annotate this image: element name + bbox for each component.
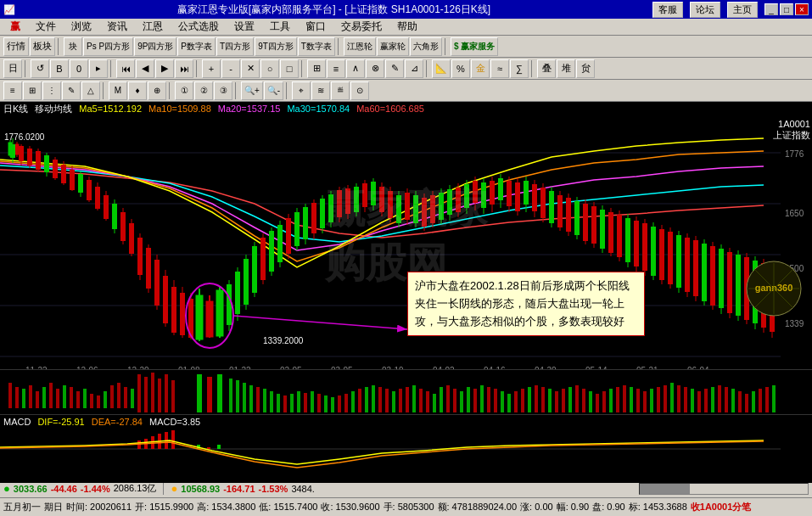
menu-help[interactable]: 帮助: [390, 18, 424, 36]
tb-ps-icon[interactable]: 块: [64, 37, 82, 56]
tb3-5[interactable]: △: [81, 81, 100, 100]
tb3-r4[interactable]: ⊙: [350, 81, 369, 100]
tb-b1[interactable]: B: [50, 59, 69, 78]
menu-win[interactable]: 赢: [3, 18, 27, 36]
tb-tool10[interactable]: ≈: [490, 59, 509, 78]
tb-tool6[interactable]: ⊿: [405, 59, 423, 78]
tb-t4[interactable]: T四方形: [216, 37, 254, 56]
tb-quotes[interactable]: 行情: [3, 37, 29, 56]
tb-circle[interactable]: ○: [260, 59, 279, 78]
chart-period-label: 日K线: [3, 103, 28, 115]
tb3-zoom-in[interactable]: 🔍+: [241, 81, 263, 100]
minimize-btn[interactable]: _: [764, 3, 778, 15]
tb3-r3[interactable]: ≝: [331, 81, 350, 100]
tb-draw1[interactable]: 叠: [537, 59, 556, 78]
tb3-9[interactable]: ①: [175, 81, 193, 100]
tb-9t4[interactable]: 9T四方形: [255, 37, 297, 56]
tb-square[interactable]: □: [280, 59, 299, 78]
scrollbar-thumb[interactable]: [640, 484, 690, 494]
tb-tool7[interactable]: 📐: [432, 59, 451, 78]
tb-tool1[interactable]: ⊞: [307, 59, 326, 78]
main-content: 赢家赢家购股网 日K线 移动均线 Ma5=1512.192 Ma10=1509.…: [0, 102, 812, 479]
svg-rect-149: [515, 182, 520, 211]
tb-tool3[interactable]: ∧: [346, 59, 365, 78]
tb-draw3[interactable]: 贠: [576, 59, 595, 78]
tb-tool2[interactable]: ≡: [327, 59, 345, 78]
tb3-4[interactable]: ✎: [62, 81, 81, 100]
svg-rect-272: [392, 391, 395, 412]
svg-rect-167: [591, 206, 596, 244]
tb-play[interactable]: ▶: [155, 59, 174, 78]
tb-day[interactable]: 日: [3, 59, 22, 78]
tb3-11[interactable]: ③: [214, 81, 232, 100]
menu-window[interactable]: 窗口: [299, 18, 333, 36]
tb-draw2[interactable]: 堆: [557, 59, 575, 78]
tb-cross[interactable]: ✕: [241, 59, 260, 78]
tb-tnum[interactable]: T数字表: [298, 37, 335, 56]
menu-settings[interactable]: 设置: [227, 18, 261, 36]
svg-rect-281: [453, 389, 456, 412]
tb-win-wheel[interactable]: 赢家轮: [377, 37, 409, 56]
svg-rect-304: [609, 389, 613, 412]
tb-tool11[interactable]: ∑: [510, 59, 529, 78]
tb3-6[interactable]: M: [109, 81, 127, 100]
tb-9p4[interactable]: 9P四方形: [134, 37, 176, 56]
tb-win-service[interactable]: $ 赢家服务: [451, 37, 498, 56]
tb-tool9[interactable]: 金: [471, 59, 490, 78]
tb3-r2[interactable]: ≋: [311, 81, 330, 100]
svg-rect-275: [412, 385, 416, 412]
svg-rect-305: [616, 387, 619, 412]
svg-rect-91: [269, 231, 274, 272]
svg-rect-225: [42, 387, 46, 408]
menu-formula[interactable]: 公式选股: [171, 18, 226, 36]
svg-rect-151: [524, 181, 529, 205]
tb3-zoom-out[interactable]: 🔍-: [264, 81, 283, 100]
chart-wrapper[interactable]: 赢家赢家购股网 日K线 移动均线 Ma5=1512.192 Ma10=1509.…: [0, 102, 812, 369]
tb-pnum[interactable]: P数字表: [177, 37, 216, 56]
forum-btn[interactable]: 论坛: [690, 2, 720, 18]
tb3-10[interactable]: ②: [194, 81, 213, 100]
tb-p4[interactable]: Ps P四方形: [83, 37, 133, 56]
tb-minus[interactable]: -: [221, 59, 240, 78]
tb3-7[interactable]: ♦: [128, 81, 147, 100]
tb3-2[interactable]: ⊞: [23, 81, 42, 100]
svg-rect-243: [165, 374, 168, 412]
menu-gann[interactable]: 江恩: [136, 18, 170, 36]
tb-plus[interactable]: +: [202, 59, 221, 78]
tb-tool4[interactable]: ⊗: [366, 59, 384, 78]
info-label: 盘: 0.90: [592, 501, 625, 513]
svg-rect-256: [283, 395, 287, 412]
tb-arrow1[interactable]: ▸: [89, 59, 108, 78]
menu-trade[interactable]: 交易委托: [334, 18, 389, 36]
svg-rect-294: [541, 387, 545, 412]
svg-rect-238: [131, 389, 134, 408]
svg-rect-61: [137, 238, 143, 275]
close-btn[interactable]: ×: [795, 3, 809, 15]
svg-rect-155: [540, 188, 546, 218]
maximize-btn[interactable]: □: [780, 3, 793, 15]
annotation-text: 沪市大盘在2002.1.28日前后形成两个长阳线夹住一长阴线的形态，随后大盘出现…: [415, 279, 630, 328]
menu-tools[interactable]: 工具: [263, 18, 297, 36]
tb-tool5[interactable]: ✎: [385, 59, 404, 78]
tb-prev[interactable]: ⏮: [116, 59, 135, 78]
tb-gann-wheel[interactable]: 江恩轮: [344, 37, 376, 56]
menu-browse[interactable]: 浏览: [64, 18, 98, 36]
menu-file[interactable]: 文件: [29, 18, 63, 36]
tb-hex[interactable]: 六角形: [410, 37, 442, 56]
tb-num0[interactable]: 0: [70, 59, 88, 78]
tb-refresh[interactable]: ↺: [31, 59, 49, 78]
tb3-r1[interactable]: ⌖: [292, 81, 311, 100]
tb3-8[interactable]: ⊕: [148, 81, 166, 100]
svg-rect-101: [311, 203, 316, 233]
tb-sector[interactable]: 板块: [30, 37, 55, 56]
home-btn[interactable]: 主页: [727, 2, 758, 18]
menu-info[interactable]: 资讯: [100, 18, 134, 36]
svg-rect-300: [582, 389, 585, 412]
tb-step-back[interactable]: ◀: [136, 59, 154, 78]
customer-service-btn[interactable]: 客服: [652, 2, 683, 18]
tb-next[interactable]: ⏭: [175, 59, 193, 78]
scrollbar[interactable]: [639, 483, 809, 495]
tb3-3[interactable]: ⋮: [42, 81, 61, 100]
tb3-1[interactable]: ≡: [3, 81, 22, 100]
tb-tool8[interactable]: %: [451, 59, 470, 78]
